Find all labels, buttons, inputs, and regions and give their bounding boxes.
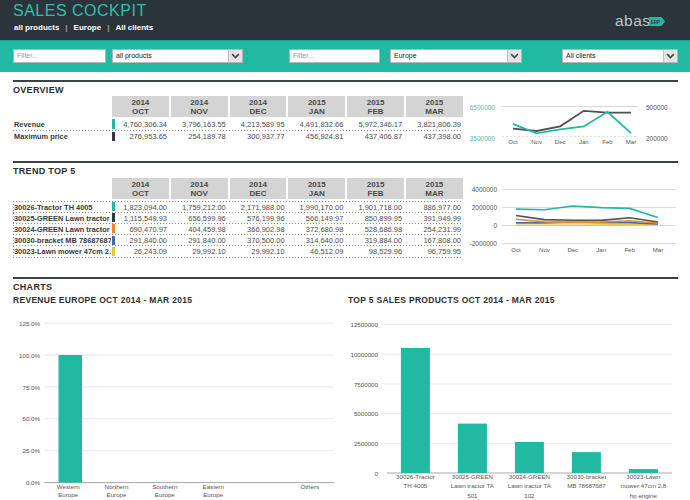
- svg-text:Jan: Jan: [596, 247, 606, 253]
- svg-text:7500000: 7500000: [354, 381, 379, 388]
- svg-text:Western: Western: [57, 483, 80, 490]
- svg-text:30030-bracket: 30030-bracket: [567, 473, 607, 480]
- svg-text:Nov: Nov: [531, 139, 542, 145]
- svg-text:Southern: Southern: [152, 483, 178, 490]
- svg-text:Mar: Mar: [626, 139, 636, 145]
- svg-text:501: 501: [467, 492, 478, 499]
- svg-text:Europe: Europe: [58, 491, 79, 498]
- svg-text:4000000: 4000000: [472, 186, 498, 193]
- svg-text:10000000: 10000000: [350, 351, 378, 358]
- svg-text:12500000: 12500000: [350, 321, 378, 328]
- svg-text:50.0%: 50.0%: [22, 415, 40, 422]
- svg-text:Others: Others: [301, 483, 320, 490]
- svg-text:Jan: Jan: [579, 139, 589, 145]
- svg-text:ERP: ERP: [651, 20, 660, 25]
- svg-text:Europe: Europe: [107, 491, 128, 498]
- svg-text:Nov: Nov: [539, 247, 550, 253]
- svg-text:Oct: Oct: [511, 247, 521, 253]
- svg-text:200000: 200000: [646, 135, 668, 142]
- svg-text:6500000: 6500000: [470, 104, 496, 111]
- svg-text:Feb: Feb: [624, 247, 635, 253]
- svg-text:30023-Lawn: 30023-Lawn: [626, 473, 661, 480]
- svg-text:Feb: Feb: [602, 139, 613, 145]
- svg-text:MB 78687687: MB 78687687: [567, 482, 606, 489]
- svg-text:Lawn tractor TA: Lawn tractor TA: [508, 482, 552, 489]
- svg-text:Dec: Dec: [555, 139, 566, 145]
- svg-text:500000: 500000: [646, 104, 668, 111]
- svg-text:Lawn tractor TA: Lawn tractor TA: [451, 482, 495, 489]
- svg-text:75.0%: 75.0%: [22, 384, 40, 391]
- svg-text:125.0%: 125.0%: [19, 320, 40, 327]
- svg-text:102: 102: [524, 492, 535, 499]
- svg-text:5000000: 5000000: [354, 410, 379, 417]
- svg-text:TH 4005: TH 4005: [404, 482, 428, 489]
- svg-text:Northern: Northern: [104, 483, 129, 490]
- svg-text:100.0%: 100.0%: [19, 352, 40, 359]
- svg-text:3500000: 3500000: [470, 135, 496, 142]
- svg-text:hp engine: hp engine: [630, 492, 658, 499]
- svg-text:2500000: 2500000: [354, 440, 379, 447]
- svg-text:Europe: Europe: [203, 491, 224, 498]
- svg-text:Europe: Europe: [155, 491, 176, 498]
- svg-text:Dec: Dec: [567, 247, 578, 253]
- svg-text:Oct: Oct: [508, 139, 518, 145]
- svg-text:30024-GREEN: 30024-GREEN: [509, 473, 550, 480]
- svg-text:30026-Tractor: 30026-Tractor: [396, 473, 435, 480]
- svg-text:mower 47cm 2.8: mower 47cm 2.8: [621, 482, 667, 489]
- svg-text:0: 0: [375, 470, 379, 477]
- svg-text:-2000000: -2000000: [470, 240, 498, 247]
- svg-text:30025-GREEN: 30025-GREEN: [452, 473, 493, 480]
- svg-text:2000000: 2000000: [472, 204, 498, 211]
- svg-text:25.0%: 25.0%: [22, 447, 40, 454]
- svg-text:0.0%: 0.0%: [26, 479, 41, 486]
- svg-text:0: 0: [493, 222, 497, 229]
- svg-text:Eastern: Eastern: [203, 483, 225, 490]
- svg-text:Mar: Mar: [653, 247, 663, 253]
